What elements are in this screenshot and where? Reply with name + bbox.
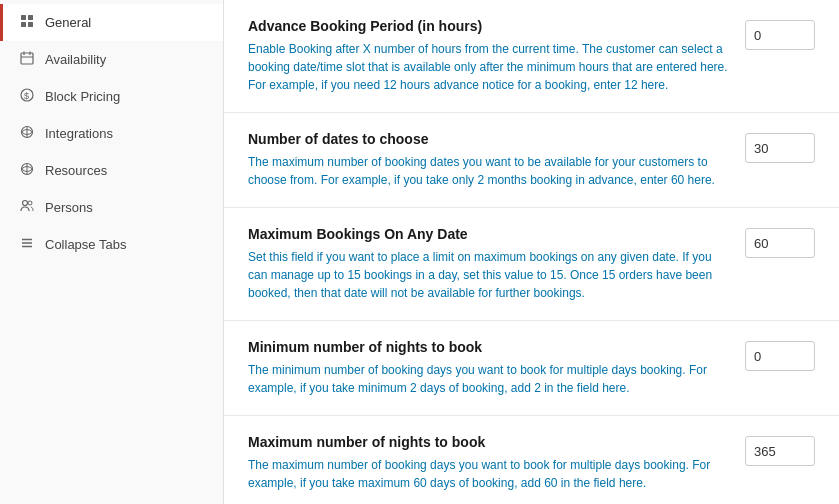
svg-rect-0 — [21, 15, 26, 20]
svg-rect-4 — [21, 53, 33, 64]
sidebar-item-label-persons: Persons — [45, 200, 93, 215]
sidebar-item-block-pricing[interactable]: $Block Pricing — [0, 78, 223, 115]
setting-info-max-bookings-date: Maximum Bookings On Any DateSet this fie… — [248, 226, 729, 302]
collapse-tabs-icon — [19, 236, 35, 253]
setting-title-max-nights: Maximum number of nights to book — [248, 434, 729, 450]
sidebar-item-label-availability: Availability — [45, 52, 106, 67]
sidebar: GeneralAvailability$Block PricingIntegra… — [0, 0, 224, 504]
setting-row-max-bookings-date: Maximum Bookings On Any DateSet this fie… — [224, 208, 839, 321]
sidebar-item-integrations[interactable]: Integrations — [0, 115, 223, 152]
setting-input-wrap-min-nights — [745, 339, 815, 371]
sidebar-item-persons[interactable]: Persons — [0, 189, 223, 226]
setting-desc-min-nights: The minimum number of booking days you w… — [248, 361, 729, 397]
svg-point-15 — [28, 201, 32, 205]
setting-input-wrap-max-bookings-date — [745, 226, 815, 258]
sidebar-item-availability[interactable]: Availability — [0, 41, 223, 78]
setting-row-num-dates: Number of dates to chooseThe maximum num… — [224, 113, 839, 208]
svg-rect-1 — [28, 15, 33, 20]
setting-desc-num-dates: The maximum number of booking dates you … — [248, 153, 729, 189]
svg-text:$: $ — [24, 91, 29, 101]
main-content: Advance Booking Period (in hours)Enable … — [224, 0, 839, 504]
setting-row-min-nights: Minimum number of nights to bookThe mini… — [224, 321, 839, 416]
setting-title-max-bookings-date: Maximum Bookings On Any Date — [248, 226, 729, 242]
availability-icon — [19, 51, 35, 68]
general-icon — [19, 14, 35, 31]
sidebar-item-label-resources: Resources — [45, 163, 107, 178]
integrations-icon — [19, 125, 35, 142]
setting-input-min-nights[interactable] — [745, 341, 815, 371]
setting-desc-max-bookings-date: Set this field if you want to place a li… — [248, 248, 729, 302]
setting-input-wrap-advance-booking — [745, 18, 815, 50]
persons-icon — [19, 199, 35, 216]
setting-input-max-bookings-date[interactable] — [745, 228, 815, 258]
setting-info-num-dates: Number of dates to chooseThe maximum num… — [248, 131, 729, 189]
setting-input-max-nights[interactable] — [745, 436, 815, 466]
sidebar-item-resources[interactable]: Resources — [0, 152, 223, 189]
sidebar-item-collapse-tabs[interactable]: Collapse Tabs — [0, 226, 223, 263]
setting-info-min-nights: Minimum number of nights to bookThe mini… — [248, 339, 729, 397]
sidebar-item-label-collapse-tabs: Collapse Tabs — [45, 237, 126, 252]
sidebar-item-label-block-pricing: Block Pricing — [45, 89, 120, 104]
setting-info-max-nights: Maximum number of nights to bookThe maxi… — [248, 434, 729, 492]
setting-row-advance-booking: Advance Booking Period (in hours)Enable … — [224, 0, 839, 113]
svg-rect-2 — [21, 22, 26, 27]
block-pricing-icon: $ — [19, 88, 35, 105]
sidebar-item-label-general: General — [45, 15, 91, 30]
setting-desc-advance-booking: Enable Booking after X number of hours f… — [248, 40, 729, 94]
setting-input-advance-booking[interactable] — [745, 20, 815, 50]
setting-row-max-nights: Maximum number of nights to bookThe maxi… — [224, 416, 839, 504]
setting-title-advance-booking: Advance Booking Period (in hours) — [248, 18, 729, 34]
setting-input-wrap-max-nights — [745, 434, 815, 466]
setting-title-num-dates: Number of dates to choose — [248, 131, 729, 147]
setting-input-wrap-num-dates — [745, 131, 815, 163]
sidebar-item-label-integrations: Integrations — [45, 126, 113, 141]
sidebar-item-general[interactable]: General — [0, 4, 223, 41]
setting-desc-max-nights: The maximum number of booking days you w… — [248, 456, 729, 492]
setting-input-num-dates[interactable] — [745, 133, 815, 163]
setting-title-min-nights: Minimum number of nights to book — [248, 339, 729, 355]
svg-point-14 — [23, 201, 28, 206]
resources-icon — [19, 162, 35, 179]
svg-rect-3 — [28, 22, 33, 27]
setting-info-advance-booking: Advance Booking Period (in hours)Enable … — [248, 18, 729, 94]
